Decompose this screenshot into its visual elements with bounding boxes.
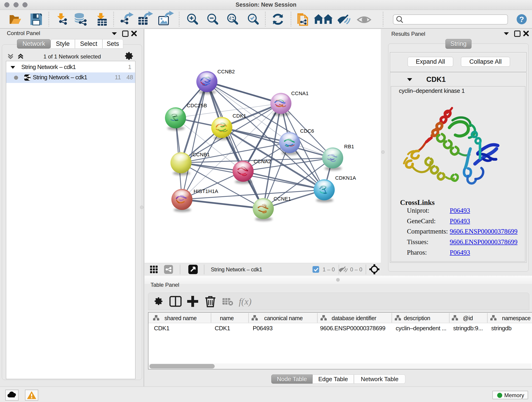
svg-text:name: name bbox=[220, 315, 234, 321]
svg-text:CDKN1A: CDKN1A bbox=[335, 175, 356, 181]
svg-text:?: ? bbox=[519, 15, 524, 24]
svg-text:description: description bbox=[404, 315, 430, 321]
svg-text:CDK1: CDK1 bbox=[233, 113, 246, 119]
svg-text:namespace: namespace bbox=[502, 315, 531, 321]
svg-text:0 – 0: 0 – 0 bbox=[350, 266, 362, 273]
svg-text:CCNA1: CCNA1 bbox=[291, 90, 309, 96]
svg-text:database identifier: database identifier bbox=[332, 315, 376, 321]
svg-text:HIST1H1A: HIST1H1A bbox=[194, 188, 218, 194]
svg-text:RB1: RB1 bbox=[344, 144, 354, 149]
svg-text:1 – 0: 1 – 0 bbox=[323, 266, 335, 273]
svg-text:CCNB2: CCNB2 bbox=[217, 69, 235, 75]
svg-text:f(x): f(x) bbox=[239, 296, 252, 307]
svg-text:@id: @id bbox=[463, 315, 473, 321]
svg-text:CCNE1: CCNE1 bbox=[273, 196, 291, 202]
svg-text:String Network – cdk1: String Network – cdk1 bbox=[211, 266, 262, 273]
svg-text:CCNB1: CCNB1 bbox=[192, 152, 210, 157]
svg-text:canonical name: canonical name bbox=[264, 315, 303, 321]
svg-text:CDC25B: CDC25B bbox=[187, 103, 207, 108]
svg-text:shared name: shared name bbox=[165, 315, 196, 321]
svg-text:CCNA2: CCNA2 bbox=[254, 159, 271, 164]
svg-text:CDC6: CDC6 bbox=[300, 128, 314, 134]
